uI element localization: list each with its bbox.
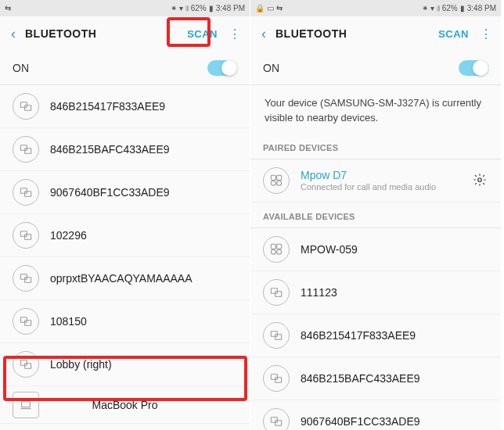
bluetooth-toggle[interactable]	[459, 60, 488, 76]
signal-icon: ⫴	[185, 4, 189, 13]
wifi-icon: ▾	[179, 4, 183, 13]
bluetooth-icon: ⁕	[171, 4, 177, 13]
mirror-icon	[13, 308, 39, 335]
sim-icon: ▭	[267, 4, 274, 13]
device-name: MacBook Pro	[92, 399, 157, 411]
mirror-icon	[13, 265, 39, 292]
paired-device-row[interactable]: Mpow D7 Connected for call and media aud…	[250, 159, 501, 202]
back-button[interactable]: ‹	[258, 26, 269, 42]
bluetooth-toggle[interactable]	[207, 60, 237, 76]
bluetooth-screen-left: ⇆ ⁕ ▾ ⫴ 62% ▮ 3:48 PM ‹ BLUETOOTH SCAN ⋮…	[0, 0, 250, 430]
device-row[interactable]: 846B215417F833AEE9	[0, 85, 250, 128]
mirror-icon	[263, 408, 290, 430]
back-button[interactable]: ‹	[8, 26, 19, 42]
device-list[interactable]: 846B215417F833AEE9 846B215BAFC433AEE9 90…	[0, 85, 250, 430]
shuffle-icon: ⇆	[276, 4, 283, 13]
status-bar: ⇆ ⁕ ▾ ⫴ 62% ▮ 3:48 PM	[0, 0, 250, 16]
bluetooth-toggle-row: ON	[250, 51, 501, 85]
on-label: ON	[13, 62, 29, 74]
mirror-icon	[263, 279, 290, 306]
device-name: 111123	[301, 286, 488, 299]
device-row[interactable]: Lobby (right)	[0, 343, 250, 386]
battery-icon: ▮	[209, 4, 214, 13]
battery-percent: 62%	[191, 4, 207, 13]
battery-percent: 62%	[442, 4, 458, 13]
shuffle-icon: ⇆	[5, 4, 11, 13]
mirror-icon	[263, 365, 290, 392]
page-title: BLUETOOTH	[25, 27, 96, 40]
scan-button[interactable]: SCAN	[434, 25, 473, 43]
header: ‹ BLUETOOTH SCAN ⋮	[0, 16, 250, 51]
device-row[interactable]: 108150	[0, 300, 250, 343]
paired-devices-header: PAIRED DEVICES	[250, 134, 501, 159]
device-row-macbook[interactable]: MacBook Pro	[0, 386, 250, 424]
device-name: Lobby (right)	[50, 358, 237, 371]
scan-button[interactable]: SCAN	[182, 25, 222, 43]
device-name: 102296	[50, 229, 237, 242]
device-row[interactable]: 102296	[0, 214, 250, 257]
device-name: Mpow D7	[301, 169, 473, 181]
mirror-icon	[13, 136, 39, 163]
device-row[interactable]: 9067640BF1CC33ADE9	[0, 171, 250, 214]
device-name: 9067640BF1CC33ADE9	[50, 186, 237, 199]
device-name: 108150	[50, 315, 237, 328]
device-name: 846B215BAFC433AEE9	[50, 143, 237, 156]
device-list[interactable]: Your device (SAMSUNG-SM-J327A) is curren…	[250, 85, 501, 430]
device-settings-button[interactable]	[473, 173, 488, 188]
battery-icon: ▮	[460, 4, 465, 13]
bluetooth-toggle-row: ON	[0, 51, 250, 85]
device-name: 9067640BF1CC33ADE9	[301, 415, 488, 428]
status-bar: 🔒 ▭ ⇆ ⁕ ▾ ⫴ 62% ▮ 3:48 PM	[250, 0, 501, 16]
bluetooth-icon: ⁕	[422, 4, 428, 13]
device-row[interactable]: oprpxtBYAACAQYAMAAAAA	[0, 257, 250, 300]
device-status: Connected for call and media audio	[301, 182, 473, 192]
more-button[interactable]: ⋮	[222, 27, 242, 41]
signal-icon: ⫴	[437, 4, 440, 13]
available-devices-header: AVAILABLE DEVICES	[250, 202, 501, 228]
bluetooth-screen-right: 🔒 ▭ ⇆ ⁕ ▾ ⫴ 62% ▮ 3:48 PM ‹ BLUETOOTH SC…	[250, 0, 501, 430]
device-row-pairing[interactable]: Mpow D7 Pairing...	[0, 424, 250, 430]
device-row[interactable]: 846B215417F833AEE9	[250, 314, 501, 357]
device-row[interactable]: 846B215BAFC433AEE9	[0, 128, 250, 171]
clock-text: 3:48 PM	[467, 4, 496, 13]
device-name: 846B215BAFC433AEE9	[301, 372, 488, 385]
mirror-icon	[263, 322, 290, 349]
mirror-icon	[13, 93, 39, 120]
on-label: ON	[263, 62, 279, 74]
page-title: BLUETOOTH	[275, 27, 347, 40]
lock-icon: 🔒	[255, 4, 265, 13]
visibility-text: Your device (SAMSUNG-SM-J327A) is curren…	[250, 85, 501, 134]
mirror-icon	[13, 179, 39, 206]
device-name: 846B215417F833AEE9	[301, 329, 488, 342]
wifi-icon: ▾	[430, 4, 434, 13]
device-name: oprpxtBYAACAQYAMAAAAA	[50, 272, 237, 285]
laptop-icon	[13, 392, 39, 418]
more-button[interactable]: ⋮	[473, 27, 493, 41]
clock-text: 3:48 PM	[216, 4, 245, 13]
audio-icon	[263, 167, 290, 194]
device-row[interactable]: 9067640BF1CC33ADE9	[250, 400, 501, 430]
mirror-icon	[13, 351, 39, 378]
mirror-icon	[13, 222, 39, 249]
device-row[interactable]: 846B215BAFC433AEE9	[250, 357, 501, 400]
audio-icon	[263, 236, 290, 263]
header: ‹ BLUETOOTH SCAN ⋮	[250, 16, 501, 51]
device-name: MPOW-059	[301, 243, 488, 256]
device-name: 846B215417F833AEE9	[50, 100, 237, 113]
device-row[interactable]: MPOW-059	[250, 228, 501, 271]
device-row[interactable]: 111123	[250, 271, 501, 314]
